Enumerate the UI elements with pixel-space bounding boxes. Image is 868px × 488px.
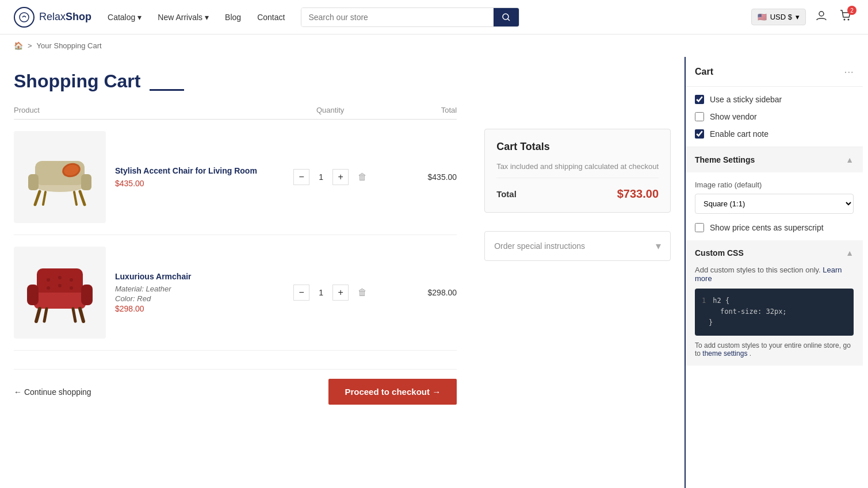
delete-item-1[interactable]: 🗑	[358, 172, 367, 182]
image-ratio-label: Image ratio (default)	[695, 180, 854, 189]
delete-item-2[interactable]: 🗑	[358, 287, 367, 298]
product-meta-2: Color: Red	[115, 294, 273, 303]
page-title: Shopping Cart	[14, 71, 140, 92]
product-image-2	[14, 247, 106, 339]
product-price-1: $435.00	[115, 179, 273, 188]
header-actions: 🇺🇸 USD $ ▾ 2	[751, 7, 854, 27]
search-input[interactable]	[301, 8, 494, 26]
breadcrumb-sep: >	[28, 41, 32, 50]
chair-image-2	[22, 252, 97, 333]
svg-point-23	[58, 284, 62, 287]
nav-catalog[interactable]: Catalog ▾	[101, 8, 148, 26]
breadcrumb: 🏠 > Your Shopping Cart	[0, 34, 868, 57]
show-vendor-option: Show vendor	[695, 112, 854, 121]
nav-contact[interactable]: Contact	[250, 8, 292, 26]
svg-point-20	[58, 276, 62, 279]
svg-point-3	[844, 19, 846, 21]
svg-point-4	[848, 19, 850, 21]
panel-title: Cart	[695, 67, 713, 77]
more-options-button[interactable]: ···	[844, 65, 854, 78]
chevron-down-icon: ▾	[796, 13, 800, 21]
custom-css-body: Add custom styles to this section only. …	[686, 266, 863, 366]
table-row: Luxurious Armchair Material: Leather Col…	[14, 235, 457, 351]
qty-increase-1[interactable]: +	[332, 169, 349, 185]
person-icon	[815, 9, 828, 22]
code-line-1: 1 h2 {	[702, 295, 847, 306]
total-label: Total	[496, 189, 517, 199]
qty-decrease-2[interactable]: −	[293, 285, 309, 301]
total-row: Total $733.00	[496, 187, 659, 201]
quantity-control-1: − 1 + 🗑	[273, 169, 388, 185]
svg-point-24	[70, 286, 73, 290]
item-total-2: $298.00	[388, 288, 457, 297]
currency-label: USD $	[770, 13, 792, 21]
svg-point-0	[20, 13, 29, 22]
chevron-down-icon: ▾	[205, 13, 209, 22]
svg-rect-8	[81, 174, 91, 190]
special-instructions-label: Order special instructions	[494, 241, 585, 251]
svg-rect-16	[34, 293, 86, 309]
cart-note-label: Enable cart note	[710, 129, 768, 139]
product-meta-1: Material: Leather	[115, 285, 273, 293]
flag-icon: 🇺🇸	[758, 13, 767, 21]
svg-point-22	[47, 286, 50, 290]
cart-note-checkbox[interactable]	[695, 129, 704, 139]
checkout-button[interactable]: Proceed to checkout →	[328, 379, 457, 405]
cart-button[interactable]: 2	[837, 7, 854, 27]
show-vendor-checkbox[interactable]	[695, 112, 704, 121]
cart-count: 2	[847, 6, 856, 15]
cart-totals-box: Cart Totals Tax included and shipping ca…	[484, 129, 671, 213]
qty-increase-2[interactable]: +	[332, 285, 349, 301]
nav-new-arrivals[interactable]: New Arrivals ▾	[151, 8, 216, 26]
cart-totals-title: Cart Totals	[496, 141, 659, 153]
product-info-2: Luxurious Armchair Material: Leather Col…	[115, 272, 273, 313]
custom-css-header[interactable]: Custom CSS ▲	[686, 240, 863, 266]
css-code-editor[interactable]: 1 h2 { font-size: 32px; }	[695, 289, 854, 336]
cart-product-2: Luxurious Armchair Material: Leather Col…	[14, 247, 273, 339]
logo[interactable]: RelaxShop	[14, 7, 91, 28]
price-cents-label: Show price cents as superscript	[710, 223, 824, 232]
theme-settings-link[interactable]: theme settings	[702, 349, 747, 358]
sticky-sidebar-label: Use a sticky sidebar	[710, 95, 782, 104]
chair-image-1	[22, 143, 97, 212]
line-number: 1	[702, 295, 706, 306]
theme-settings-title: Theme Settings	[695, 155, 755, 164]
product-info-1: Stylish Accent Chair for Living Room $43…	[115, 166, 273, 188]
search-button[interactable]	[494, 8, 519, 26]
nav-blog[interactable]: Blog	[218, 8, 248, 26]
cart-product-1: Stylish Accent Chair for Living Room $43…	[14, 131, 273, 223]
svg-point-19	[47, 278, 50, 282]
search-icon	[502, 13, 511, 22]
code-line-3: }	[702, 317, 847, 328]
total-amount: $733.00	[617, 187, 659, 201]
sticky-sidebar-checkbox[interactable]	[695, 95, 704, 104]
main-nav: Catalog ▾ New Arrivals ▾ Blog Contact	[101, 8, 292, 26]
price-cents-checkbox[interactable]	[695, 223, 704, 232]
svg-line-11	[43, 192, 45, 205]
svg-point-21	[70, 278, 73, 282]
custom-css-description: Add custom styles to this section only. …	[695, 266, 854, 283]
account-button[interactable]	[813, 7, 830, 27]
side-panel: Cart ··· Use a sticky sidebar Show vendo…	[685, 57, 863, 488]
logo-text: RelaxShop	[39, 11, 91, 23]
theme-settings-header[interactable]: Theme Settings ▲	[686, 147, 863, 172]
show-price-cents-option: Show price cents as superscript	[695, 223, 854, 232]
special-instructions[interactable]: Order special instructions ▾	[484, 231, 671, 261]
image-ratio-select[interactable]: Square (1:1) Portrait (2:3) Landscape (4…	[695, 194, 854, 214]
logo-icon	[14, 7, 35, 28]
svg-line-25	[36, 309, 40, 321]
chevron-down-icon: ▾	[137, 13, 142, 22]
home-icon[interactable]: 🏠	[14, 41, 23, 50]
item-total-1: $435.00	[388, 172, 457, 182]
panel-options-section: Use a sticky sidebar Show vendor Enable …	[686, 87, 863, 147]
sticky-sidebar-option: Use a sticky sidebar	[695, 95, 854, 104]
qty-value-2: 1	[314, 288, 328, 297]
product-price-2: $298.00	[115, 304, 273, 313]
currency-selector[interactable]: 🇺🇸 USD $ ▾	[751, 9, 806, 25]
continue-shopping-button[interactable]: ← Continue shopping	[14, 387, 91, 397]
breadcrumb-current: Your Shopping Cart	[37, 41, 102, 50]
cart-totals-panel: Cart Totals Tax included and shipping ca…	[471, 101, 671, 261]
custom-css-footer: To add custom styles to your entire onli…	[695, 341, 854, 358]
qty-decrease-1[interactable]: −	[293, 169, 309, 185]
svg-rect-18	[81, 285, 93, 305]
